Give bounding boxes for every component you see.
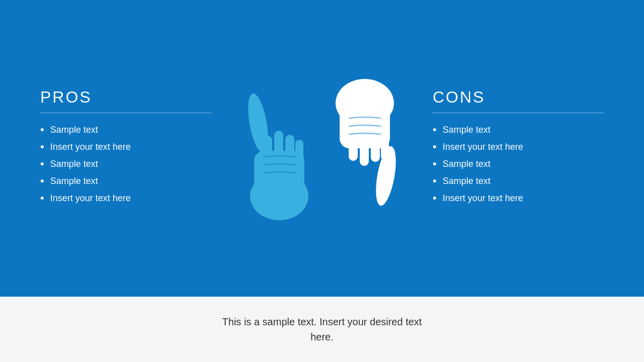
thumbs-down-icon <box>325 70 405 226</box>
cons-item-2[interactable]: Insert your text here <box>433 140 604 153</box>
pros-list: Sample text Insert your text here Sample… <box>40 123 211 205</box>
footer-text[interactable]: This is a sample text. Insert your desir… <box>221 314 423 344</box>
svg-rect-9 <box>349 133 358 161</box>
svg-rect-10 <box>360 136 369 166</box>
pros-section: PROS Sample text Insert your text here S… <box>40 88 211 209</box>
cons-list: Sample text Insert your text here Sample… <box>433 123 604 205</box>
cons-item-4[interactable]: Sample text <box>433 174 604 188</box>
cons-divider <box>433 113 604 113</box>
pros-item-5[interactable]: Insert your text here <box>40 192 211 205</box>
cons-item-5[interactable]: Insert your text here <box>433 192 604 205</box>
footer-section: This is a sample text. Insert your desir… <box>0 297 644 362</box>
main-section: PROS Sample text Insert your text here S… <box>0 0 644 297</box>
pros-item-4[interactable]: Sample text <box>40 174 211 188</box>
center-icons <box>211 70 433 226</box>
thumbs-up-icon <box>239 70 319 226</box>
pros-item-1[interactable]: Sample text <box>40 123 211 136</box>
pros-title: PROS <box>40 88 211 107</box>
pros-item-2[interactable]: Insert your text here <box>40 140 211 153</box>
cons-section: CONS Sample text Insert your text here S… <box>433 88 604 209</box>
cons-item-3[interactable]: Sample text <box>433 157 604 170</box>
cons-title: CONS <box>433 88 604 107</box>
svg-rect-5 <box>295 140 303 164</box>
svg-rect-11 <box>371 134 380 162</box>
svg-rect-4 <box>285 135 294 162</box>
pros-divider <box>40 113 211 113</box>
pros-item-3[interactable]: Sample text <box>40 157 211 170</box>
cons-item-1[interactable]: Sample text <box>433 123 604 136</box>
